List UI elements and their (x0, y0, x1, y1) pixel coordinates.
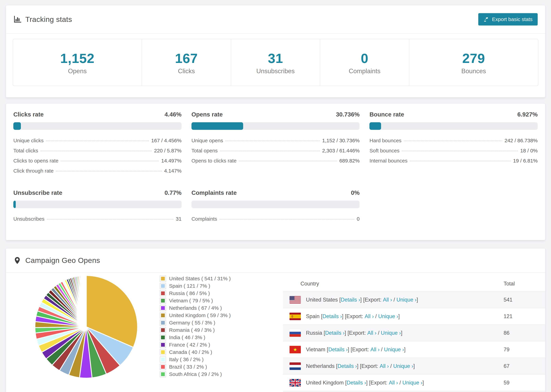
legend-item-germany: Germany ( 55 / 3% ) (160, 319, 283, 326)
stat-row-value: 167 / 4.456% (151, 138, 182, 143)
export-unique-link[interactable]: Unique › (378, 313, 398, 320)
country-total: 67 (504, 363, 539, 369)
stat-row: Click through rate4.147% (13, 168, 182, 178)
bracket-text: [ (336, 363, 338, 369)
legend-label: Italy ( 36 / 2% ) (169, 357, 204, 362)
geo-body: United States ( 541 / 31% )Spain ( 121 /… (6, 273, 545, 392)
bracket-text: ] [Export: (366, 380, 389, 386)
legend-swatch-color (161, 306, 165, 310)
details-link[interactable]: Details › (323, 313, 342, 320)
export-unique-link[interactable]: Unique › (381, 330, 401, 336)
details-link[interactable]: Details › (325, 330, 345, 336)
stat-label: Unsubscribes (231, 68, 320, 75)
geo-header: Campaign Geo Opens (6, 248, 545, 273)
export-unique-link[interactable]: Unique › (402, 380, 422, 386)
stat-row: Total opens2,303 / 61.446% (191, 148, 360, 158)
rate-block-complaints-rate: Complaints rate0%Complaints0 (191, 189, 360, 226)
stat-row: Unsubscribes31 (13, 216, 182, 226)
details-link[interactable]: Details › (347, 380, 366, 386)
rate-value: 30.736% (336, 111, 360, 118)
legend-swatch-color (161, 343, 165, 347)
rate-head: Unsubscribe rate0.77% (13, 189, 182, 196)
legend-swatch (160, 327, 166, 333)
geo-table-country-cell: Spain [Details ›] [Export: All › / Uniqu… (290, 313, 504, 320)
legend-item-netherlands: Netherlands ( 67 / 4% ) (160, 304, 283, 312)
progress-bar (13, 201, 182, 208)
details-link[interactable]: Details › (328, 347, 348, 353)
export-unique-link[interactable]: Unique › (393, 363, 413, 369)
details-link[interactable]: Details › (338, 363, 357, 369)
stat-row-label: Unique clicks (13, 138, 44, 143)
legend-label: Brazil ( 33 / 2% ) (169, 364, 207, 370)
export-all-link[interactable]: All › (383, 297, 392, 303)
rate-head: Clicks rate4.46% (13, 111, 182, 118)
stat-row-value: 689.82% (339, 158, 360, 164)
country-name: Spain (306, 313, 321, 320)
rates-card: Clicks rate4.46%Unique clicks167 / 4.456… (6, 103, 545, 240)
legend-swatch-color (161, 299, 165, 302)
dotted-leader (47, 219, 174, 219)
stat-label: Clicks (142, 68, 231, 75)
legend-swatch (160, 305, 166, 311)
geo-table-country-cell: Russia [Details ›] [Export: All › / Uniq… (290, 329, 504, 337)
legend-item-russia: Russia ( 86 / 5% ) (160, 290, 283, 297)
geo-table-header-row: CountryTotal (283, 276, 545, 291)
stat-row-value: 19 / 6.81% (513, 158, 538, 164)
stat-row: Clicks to opens rate14.497% (13, 158, 182, 168)
export-basic-stats-button[interactable]: Export basic stats (478, 13, 538, 26)
rates-grid: Clicks rate4.46%Unique clicks167 / 4.456… (13, 111, 538, 226)
rate-rows: Complaints0 (191, 216, 360, 226)
export-all-link[interactable]: All › (370, 347, 380, 353)
legend-swatch-color (161, 365, 165, 369)
dotted-leader (402, 151, 518, 151)
stat-value: 279 (409, 51, 538, 65)
legend-swatch (160, 320, 166, 326)
legend-label: Russia ( 86 / 5% ) (169, 290, 210, 296)
legend-swatch-color (161, 291, 165, 295)
geo-table-row-gb: United Kingdom [Details ›] [Export: All … (283, 374, 545, 391)
legend-label: Romania ( 49 / 3% ) (169, 327, 215, 333)
country-total: 86 (504, 330, 539, 336)
rate-value: 0.77% (164, 189, 181, 196)
progress-bar (191, 201, 360, 208)
legend-item-romania: Romania ( 49 / 3% ) (160, 326, 283, 334)
bracket-text: / (392, 297, 396, 303)
legend-swatch (160, 283, 166, 289)
bracket-text: ] [Export: (357, 363, 380, 369)
stat-row: Total clicks220 / 5.87% (13, 148, 182, 158)
dotted-leader (56, 171, 162, 171)
stat-row-label: Clicks to opens rate (13, 158, 58, 164)
bracket-text: [ (327, 347, 328, 353)
dotted-leader (46, 140, 149, 141)
bracket-text: ] (413, 363, 415, 369)
export-all-link[interactable]: All › (389, 380, 398, 386)
flag-gb-icon (290, 379, 301, 386)
export-all-link[interactable]: All › (365, 313, 374, 320)
export-all-link[interactable]: All › (367, 330, 376, 336)
stat-box-unsubscribes: 31Unsubscribes (231, 39, 320, 86)
rate-title: Bounce rate (369, 111, 404, 118)
export-all-link[interactable]: All › (380, 363, 389, 369)
legend-swatch-color (161, 284, 165, 288)
legend-item-united-kingdom: United Kingdom ( 59 / 3% ) (160, 312, 283, 319)
geo-table-row-ru: Russia [Details ›] [Export: All › / Uniq… (283, 324, 545, 341)
rate-rows: Unique opens1,152 / 30.736%Total opens2,… (191, 138, 360, 168)
rate-block-bounce-rate: Bounce rate6.927%Hard bounces242 / 86.73… (369, 111, 538, 178)
progress-bar (191, 122, 360, 130)
page-title: Tracking stats (25, 15, 72, 24)
stat-value: 167 (142, 51, 231, 65)
details-link[interactable]: Details › (341, 297, 360, 303)
export-unique-link[interactable]: Unique › (396, 297, 417, 303)
rate-value: 0% (351, 189, 360, 196)
legend-label: Vietnam ( 79 / 5% ) (169, 298, 213, 304)
rate-block-clicks-rate: Clicks rate4.46%Unique clicks167 / 4.456… (13, 111, 182, 178)
legend-item-italy: Italy ( 36 / 2% ) (160, 356, 283, 363)
country-total: 121 (504, 313, 539, 320)
legend-item-brazil: Brazil ( 33 / 2% ) (160, 363, 283, 371)
legend-swatch (160, 349, 166, 355)
country-name: Netherlands (306, 363, 336, 369)
export-unique-link[interactable]: Unique › (384, 347, 404, 353)
flag-vn-icon (290, 346, 301, 353)
bracket-text: [ (345, 380, 347, 386)
legend-label: United States ( 541 / 31% ) (169, 276, 231, 281)
